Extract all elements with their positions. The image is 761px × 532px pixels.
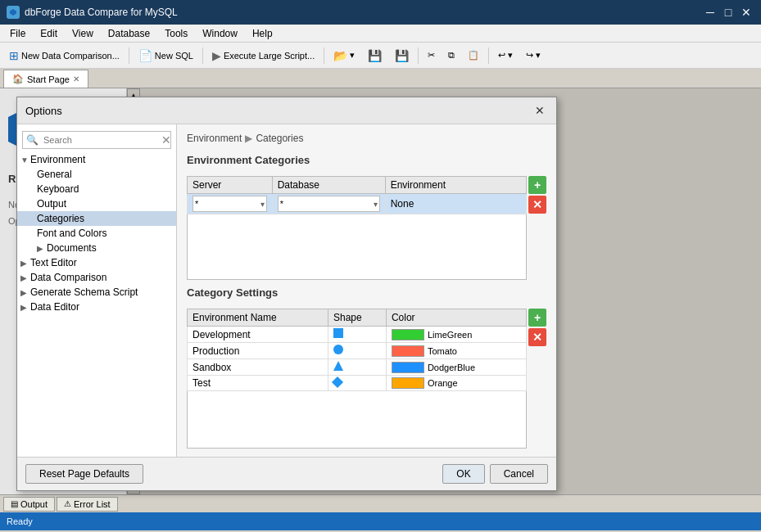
tree-label: Documents bbox=[47, 242, 173, 254]
cut-btn[interactable]: ✂ bbox=[422, 45, 441, 66]
close-btn[interactable]: ✕ bbox=[738, 5, 754, 20]
add-cat-btn[interactable]: + bbox=[528, 309, 546, 327]
add-env-btn[interactable]: + bbox=[528, 176, 546, 194]
maximize-btn[interactable]: □ bbox=[720, 5, 736, 20]
new-comparison-btn[interactable]: ⊞ New Data Comparison... bbox=[3, 45, 125, 66]
tree-item-data-comparison[interactable]: ▶ Data Comparison bbox=[17, 270, 176, 285]
remove-cat-btn[interactable]: ✕ bbox=[528, 328, 546, 346]
reset-defaults-btn[interactable]: Reset Page Defaults bbox=[25, 464, 143, 484]
redo-icon: ↪ bbox=[526, 50, 533, 61]
col-environment: Environment bbox=[385, 177, 526, 194]
copy-icon: ⧉ bbox=[448, 50, 455, 61]
paste-btn[interactable]: 📋 bbox=[462, 45, 485, 66]
options-dialog: Options ✕ 🔍 ✕ ▼ Environment bbox=[16, 97, 557, 491]
server-dropdown[interactable]: * ▾ bbox=[193, 196, 267, 212]
cut-icon: ✂ bbox=[428, 50, 435, 61]
execute-label: Execute Large Script... bbox=[224, 51, 315, 61]
tree-item-font-colors[interactable]: Font and Colors bbox=[17, 226, 176, 241]
tree-item-generate-schema[interactable]: ▶ Generate Schema Script bbox=[17, 285, 176, 300]
expand-icon-gs: ▶ bbox=[20, 288, 30, 297]
env-name-cell: Development bbox=[188, 327, 328, 343]
tree-label: Categories bbox=[37, 213, 173, 224]
color-cell: Tomato bbox=[386, 343, 526, 359]
menu-window[interactable]: Window bbox=[196, 25, 244, 42]
output-tab[interactable]: ▤ Output bbox=[3, 497, 55, 512]
tab-close-btn[interactable]: ✕ bbox=[73, 74, 79, 83]
tree-item-data-editor[interactable]: ▶ Data Editor bbox=[17, 300, 176, 314]
status-bar: Ready bbox=[0, 512, 761, 530]
content-panel: Environment ▶ Categories Environment Cat… bbox=[177, 124, 556, 457]
save-btn[interactable]: 💾 bbox=[362, 45, 387, 66]
new-sql-btn[interactable]: 📄 New SQL bbox=[133, 45, 199, 66]
search-clear-btn[interactable]: ✕ bbox=[158, 133, 174, 147]
execute-script-btn[interactable]: ▶ Execute Large Script... bbox=[206, 45, 320, 66]
save-all-btn[interactable]: 💾 bbox=[389, 45, 414, 66]
menu-file[interactable]: File bbox=[3, 25, 32, 42]
color-container: LimeGreen bbox=[392, 329, 521, 340]
table-row[interactable]: Production Tomato bbox=[188, 343, 527, 359]
remove-env-btn[interactable]: ✕ bbox=[528, 196, 546, 214]
color-label: LimeGreen bbox=[428, 330, 472, 340]
tree-label: Data Comparison bbox=[30, 272, 173, 283]
cancel-btn[interactable]: Cancel bbox=[490, 464, 548, 484]
expand-icon-te: ▶ bbox=[20, 259, 30, 268]
color-cell: LimeGreen bbox=[386, 327, 526, 343]
tree-label: General bbox=[37, 169, 173, 180]
col-color: Color bbox=[386, 309, 526, 327]
minimize-btn[interactable]: ─ bbox=[702, 5, 718, 20]
tree-label: Output bbox=[37, 198, 173, 210]
footer-right-buttons: OK Cancel bbox=[442, 464, 548, 484]
save-all-icon: 💾 bbox=[395, 49, 409, 62]
table-row[interactable]: Development LimeGreen bbox=[188, 327, 527, 343]
env-table-empty-space bbox=[187, 214, 527, 280]
tree-item-general[interactable]: General bbox=[17, 167, 176, 182]
window-controls: ─ □ ✕ bbox=[702, 5, 754, 20]
tree-item-output[interactable]: Output bbox=[17, 196, 176, 211]
table-row[interactable]: Test Orange bbox=[188, 376, 527, 391]
menu-tools[interactable]: Tools bbox=[158, 25, 194, 42]
env-categories-table: Server Database Environment bbox=[187, 176, 527, 214]
open-dropdown-arrow: ▾ bbox=[350, 50, 355, 61]
error-list-tab[interactable]: ⚠ Error List bbox=[57, 497, 118, 512]
database-dropdown[interactable]: * ▾ bbox=[278, 196, 380, 212]
menu-edit[interactable]: Edit bbox=[34, 25, 64, 42]
undo-btn[interactable]: ↩▾ bbox=[492, 45, 519, 66]
start-page-tab[interactable]: 🏠 Start Page ✕ bbox=[3, 70, 88, 88]
tree-item-text-editor[interactable]: ▶ Text Editor bbox=[17, 255, 176, 270]
table-row[interactable]: Sandbox DodgerBlue bbox=[188, 359, 527, 376]
open-btn[interactable]: 📂 ▾ bbox=[328, 45, 360, 66]
col-database: Database bbox=[272, 177, 385, 194]
env-categories-title: Environment Categories bbox=[187, 154, 546, 166]
search-input[interactable] bbox=[42, 135, 158, 145]
expand-icon-dc: ▶ bbox=[20, 273, 30, 282]
dialog-close-btn[interactable]: ✕ bbox=[532, 102, 548, 119]
cat-table-empty-space bbox=[187, 391, 527, 449]
title-bar-left: dbForge Data Compare for MySQL bbox=[7, 6, 178, 19]
color-swatch bbox=[392, 329, 424, 340]
new-comparison-label: New Data Comparison... bbox=[21, 51, 120, 61]
breadcrumb: Environment ▶ Categories bbox=[187, 133, 546, 144]
category-settings-section: Environment Name Shape Color Development bbox=[187, 309, 546, 449]
tree-item-keyboard[interactable]: Keyboard bbox=[17, 182, 176, 196]
tree-label: Generate Schema Script bbox=[30, 286, 173, 298]
square-shape bbox=[333, 328, 343, 338]
menu-database[interactable]: Database bbox=[102, 25, 156, 42]
ok-btn[interactable]: OK bbox=[442, 464, 484, 484]
color-swatch bbox=[392, 377, 424, 389]
redo-btn[interactable]: ↪▾ bbox=[520, 45, 546, 66]
tree-item-documents[interactable]: ▶ Documents bbox=[17, 241, 176, 255]
menu-view[interactable]: View bbox=[66, 25, 100, 42]
color-cell: Orange bbox=[386, 376, 526, 391]
menu-help[interactable]: Help bbox=[246, 25, 279, 42]
circle-shape bbox=[333, 345, 343, 354]
toolbar: ⊞ New Data Comparison... 📄 New SQL ▶ Exe… bbox=[0, 43, 761, 69]
table-row[interactable]: * ▾ * ▾ bbox=[188, 194, 527, 214]
env-categories-section: Server Database Environment bbox=[187, 176, 546, 280]
tree-label: Text Editor bbox=[30, 257, 173, 268]
tree-item-categories[interactable]: Categories bbox=[17, 211, 176, 226]
tree-item-environment[interactable]: ▼ Environment bbox=[17, 152, 176, 167]
app-title: dbForge Data Compare for MySQL bbox=[25, 7, 178, 18]
env-categories-table-wrap: Server Database Environment bbox=[187, 176, 527, 280]
copy-btn[interactable]: ⧉ bbox=[442, 45, 460, 66]
save-icon: 💾 bbox=[368, 49, 382, 62]
